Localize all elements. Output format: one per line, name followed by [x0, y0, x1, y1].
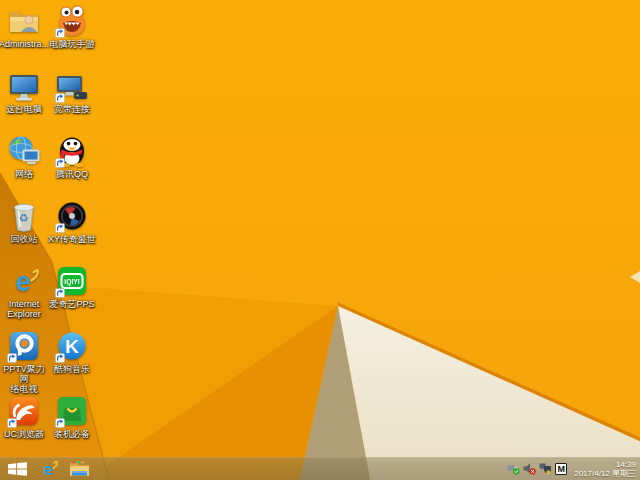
- internet-explorer-icon: e: [39, 459, 59, 479]
- icon-label: 网络: [15, 169, 33, 179]
- icon-label: 电脑玩手游: [50, 39, 95, 49]
- desktop-icon-recycle-bin[interactable]: ♻ 回收站: [0, 200, 48, 265]
- icon-label: Administra...: [0, 39, 49, 49]
- taskbar-internet-explorer-button[interactable]: e: [34, 457, 64, 480]
- volume-muted-icon[interactable]: [523, 462, 536, 475]
- icon-label: Internet Explorer: [7, 299, 41, 319]
- icon-label: UC浏览器: [4, 429, 44, 439]
- software-bag-icon: [56, 395, 88, 427]
- desktop-icon-essential-software[interactable]: 装机必备: [48, 395, 96, 460]
- ime-language-indicator[interactable]: M: [555, 463, 567, 475]
- kugou-icon: K: [56, 330, 88, 362]
- clock-time: 14:39: [574, 460, 636, 469]
- user-folder-icon: [8, 5, 40, 37]
- network-globe-icon: [8, 135, 40, 167]
- monster-game-icon: [56, 5, 88, 37]
- start-button[interactable]: [0, 457, 34, 480]
- svg-text:iQIYI: iQIYI: [64, 278, 80, 286]
- icon-label: 爱奇艺PPS: [49, 299, 94, 309]
- windows-logo-icon: [8, 462, 27, 476]
- taskbar-clock[interactable]: 14:39 2017/4/12 星期三: [574, 460, 636, 478]
- desktop-icon-broadband-connection[interactable]: 宽带连接: [48, 70, 96, 135]
- icon-label: 腾讯QQ: [56, 169, 88, 179]
- shortcut-arrow-icon: [55, 223, 65, 233]
- shortcut-arrow-icon: [7, 418, 17, 428]
- icon-label: 回收站: [11, 234, 38, 244]
- usb-safely-remove-icon[interactable]: [507, 462, 520, 475]
- desktop-icon-grid: Administra... 电脑玩手游: [0, 5, 96, 460]
- qq-penguin-icon: [56, 135, 88, 167]
- desktop-icon-this-pc[interactable]: 这台电脑: [0, 70, 48, 135]
- icon-label: PPTV聚力 网 络电视: [0, 364, 48, 394]
- svg-text:e: e: [15, 267, 30, 297]
- recycle-bin-icon: ♻: [8, 200, 40, 232]
- shortcut-arrow-icon: [55, 28, 65, 38]
- desktop-icon-network[interactable]: 网络: [0, 135, 48, 200]
- shortcut-arrow-icon: [55, 93, 65, 103]
- desktop-icon-uc-browser[interactable]: UC浏览器: [0, 395, 48, 460]
- game-emblem-icon: [56, 200, 88, 232]
- system-tray: M 14:39 2017/4/12 星期三: [507, 457, 640, 480]
- desktop-icon-kugou-music[interactable]: K 酷狗音乐: [48, 330, 96, 395]
- icon-label: 装机必备: [54, 429, 90, 439]
- pptv-icon: [8, 330, 40, 362]
- file-explorer-icon: [69, 460, 90, 477]
- shortcut-arrow-icon: [55, 353, 65, 363]
- taskbar-file-explorer-button[interactable]: [64, 457, 94, 480]
- desktop-icon-xy-legend-game[interactable]: XY传奇盛世: [48, 200, 96, 265]
- icon-label: XY传奇盛世: [48, 234, 96, 244]
- desktop-icon-internet-explorer[interactable]: e Internet Explorer: [0, 265, 48, 330]
- desktop-icon-pptv[interactable]: PPTV聚力 网 络电视: [0, 330, 48, 395]
- taskbar: e: [0, 457, 640, 480]
- shortcut-arrow-icon: [55, 158, 65, 168]
- shortcut-arrow-icon: [55, 288, 65, 298]
- svg-text:e: e: [43, 460, 52, 479]
- icon-label: 酷狗音乐: [54, 364, 90, 374]
- icon-label: 这台电脑: [6, 104, 42, 114]
- broadband-icon: [56, 70, 88, 102]
- shortcut-arrow-icon: [7, 353, 17, 363]
- iqiyi-icon: iQIYI: [56, 265, 88, 297]
- svg-text:K: K: [65, 336, 79, 357]
- computer-icon: [8, 70, 40, 102]
- desktop-icon-pc-play-mobile-games[interactable]: 电脑玩手游: [48, 5, 96, 70]
- desktop-icon-administrator-folder[interactable]: Administra...: [0, 5, 48, 70]
- uc-browser-icon: [8, 395, 40, 427]
- desktop-icon-iqiyi-pps[interactable]: iQIYI 爱奇艺PPS: [48, 265, 96, 330]
- clock-date: 2017/4/12 星期三: [574, 469, 636, 478]
- svg-text:♻: ♻: [19, 212, 29, 224]
- shortcut-arrow-icon: [55, 418, 65, 428]
- icon-label: 宽带连接: [54, 104, 90, 114]
- desktop-icon-tencent-qq[interactable]: 腾讯QQ: [48, 135, 96, 200]
- network-status-icon[interactable]: [539, 462, 552, 475]
- internet-explorer-icon: e: [8, 265, 40, 297]
